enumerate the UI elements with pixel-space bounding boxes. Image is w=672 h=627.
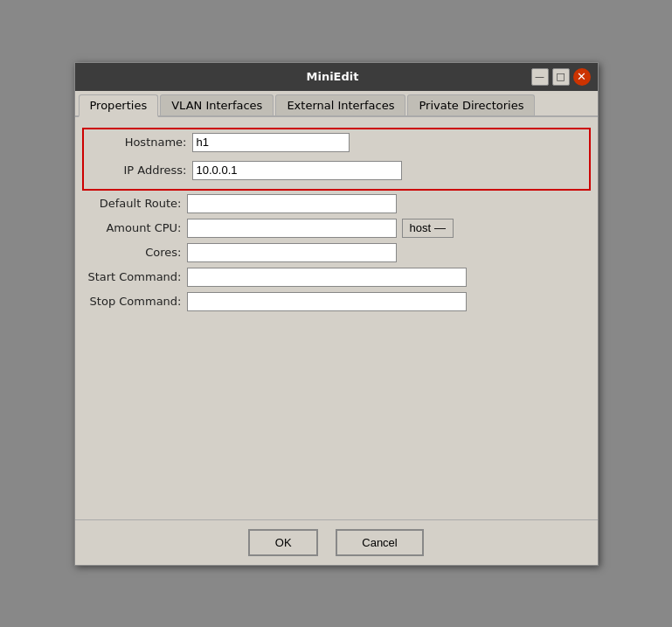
footer: OK Cancel <box>75 519 598 565</box>
hostname-group: Hostname: <box>87 133 585 152</box>
content-area: Hostname: IP Address: Default Route: Amo… <box>75 117 598 519</box>
start-command-input[interactable] <box>187 268 467 287</box>
cores-label: Cores: <box>82 246 187 259</box>
cpu-type-button[interactable]: host — <box>402 219 454 238</box>
default-route-group: Default Route: <box>82 194 591 213</box>
main-window: MiniEdit — □ ✕ Properties VLAN Interface… <box>74 62 599 566</box>
cpu-row: host — <box>187 219 454 238</box>
ip-address-input[interactable] <box>192 161 402 180</box>
ip-address-group: IP Address: <box>87 161 585 180</box>
tab-vlan-interfaces[interactable]: VLAN Interfaces <box>160 94 274 115</box>
default-route-input[interactable] <box>187 194 397 213</box>
cpu-dropdown-icon: — <box>434 221 446 234</box>
tab-external-interfaces[interactable]: External Interfaces <box>275 94 405 115</box>
hostname-input[interactable] <box>192 133 350 152</box>
cpu-type-label: host <box>410 221 432 234</box>
titlebar-controls: — □ ✕ <box>531 68 591 86</box>
stop-command-label: Stop Command: <box>82 295 187 308</box>
stop-command-group: Stop Command: <box>82 292 591 311</box>
cancel-button[interactable]: Cancel <box>336 529 423 556</box>
cores-group: Cores: <box>82 243 591 262</box>
maximize-button[interactable]: □ <box>552 68 570 86</box>
ip-label: IP Address: <box>87 164 192 177</box>
amount-cpu-label: Amount CPU: <box>82 221 187 234</box>
start-command-label: Start Command: <box>82 270 187 283</box>
ok-button[interactable]: OK <box>248 529 318 556</box>
highlighted-fields: Hostname: IP Address: <box>82 128 591 191</box>
tab-bar: Properties VLAN Interfaces External Inte… <box>75 91 598 117</box>
amount-cpu-input[interactable] <box>187 219 397 238</box>
close-button[interactable]: ✕ <box>573 68 591 86</box>
highlight-inner: Hostname: IP Address: <box>87 133 585 185</box>
amount-cpu-group: Amount CPU: host — <box>82 219 591 238</box>
tab-properties[interactable]: Properties <box>79 94 159 117</box>
stop-command-input[interactable] <box>187 292 467 311</box>
tab-private-directories[interactable]: Private Directories <box>407 94 535 115</box>
cores-input[interactable] <box>187 243 397 262</box>
window-title: MiniEdit <box>135 70 531 83</box>
titlebar: MiniEdit — □ ✕ <box>75 63 598 91</box>
start-command-group: Start Command: <box>82 268 591 287</box>
default-route-label: Default Route: <box>82 197 187 210</box>
hostname-label: Hostname: <box>87 136 192 149</box>
minimize-button[interactable]: — <box>531 68 549 86</box>
